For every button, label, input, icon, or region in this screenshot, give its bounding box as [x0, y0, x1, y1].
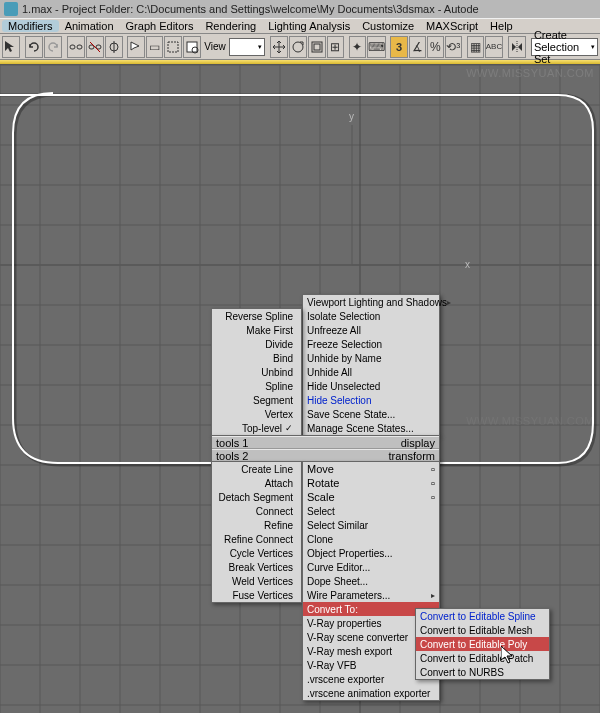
sub-convert-patch[interactable]: Convert to Editable Patch	[416, 651, 549, 665]
svg-rect-0	[70, 45, 75, 49]
ctx-move[interactable]: Move▫	[303, 462, 439, 476]
main-toolbar: ▭ View ⊞ ✦ ⌨ 3 ∡ % ⟲³ ▦ ABC Create Selec…	[0, 34, 600, 60]
ctx-freeze-selection[interactable]: Freeze Selection	[303, 337, 439, 351]
ctx-save-scene-state[interactable]: Save Scene State...	[303, 407, 439, 421]
ctx-make-first[interactable]: Make First	[212, 323, 301, 337]
select-object-icon[interactable]	[127, 36, 145, 58]
hdr-tools2: tools 2	[216, 450, 248, 462]
ctx-rotate[interactable]: Rotate▫	[303, 476, 439, 490]
ctx-vertex[interactable]: Vertex	[212, 407, 301, 421]
ctx-curve-editor[interactable]: Curve Editor...	[303, 560, 439, 574]
menu-graph-editors[interactable]: Graph Editors	[120, 20, 200, 32]
ctx-isolate-selection[interactable]: Isolate Selection	[303, 309, 439, 323]
ctx-viewport-lighting[interactable]: Viewport Lighting and Shadows	[303, 295, 439, 309]
ctx-top-level[interactable]: Top-level	[212, 421, 301, 435]
svg-rect-1	[77, 45, 82, 49]
ctx-break-vertices[interactable]: Break Vertices	[212, 560, 301, 574]
move-tool-icon[interactable]	[270, 36, 288, 58]
ctx-hide-selection[interactable]: Hide Selection	[303, 393, 439, 407]
ctx-divide[interactable]: Divide	[212, 337, 301, 351]
menu-maxscript[interactable]: MAXScript	[420, 20, 484, 32]
menu-modifiers[interactable]: Modifiers	[2, 20, 59, 32]
y-axis-label: y	[349, 111, 354, 122]
ctx-bind[interactable]: Bind	[212, 351, 301, 365]
scale-tool-icon[interactable]	[308, 36, 326, 58]
menu-lighting-analysis[interactable]: Lighting Analysis	[262, 20, 356, 32]
ctx-wire-parameters[interactable]: Wire Parameters...	[303, 588, 439, 602]
ctx-unhide-all[interactable]: Unhide All	[303, 365, 439, 379]
selection-set-dropdown[interactable]: Create Selection Set	[531, 38, 598, 56]
x-axis-label: x	[465, 259, 470, 270]
link-icon[interactable]	[67, 36, 85, 58]
ctx-refine-connect[interactable]: Refine Connect	[212, 532, 301, 546]
spinner-snap-icon[interactable]: ⟲³	[445, 36, 462, 58]
ctx-clone[interactable]: Clone	[303, 532, 439, 546]
menu-bar: Modifiers Animation Graph Editors Render…	[0, 18, 600, 34]
svg-point-10	[293, 42, 303, 52]
ctx-scale[interactable]: Scale▫	[303, 490, 439, 504]
ctx-connect[interactable]: Connect	[212, 504, 301, 518]
ctx-segment[interactable]: Segment	[212, 393, 301, 407]
ctx-vrscene-anim-exporter[interactable]: .vrscene animation exporter	[303, 686, 439, 700]
ctx-create-line[interactable]: Create Line	[212, 462, 301, 476]
mirror-icon[interactable]	[508, 36, 526, 58]
select-tool-icon[interactable]	[2, 36, 20, 58]
redo-icon[interactable]	[44, 36, 62, 58]
select-name-icon[interactable]: ▭	[146, 36, 163, 58]
ctx-unhide-by-name[interactable]: Unhide by Name	[303, 351, 439, 365]
ctx-select-similar[interactable]: Select Similar	[303, 518, 439, 532]
menu-animation[interactable]: Animation	[59, 20, 120, 32]
ctx-unfreeze-all[interactable]: Unfreeze All	[303, 323, 439, 337]
watermark-2: WWW.MISSYUAN.COM	[466, 415, 594, 427]
hdr-display: display	[401, 437, 435, 449]
ctx-cycle-vertices[interactable]: Cycle Vertices	[212, 546, 301, 560]
ref-coord-icon[interactable]: ⊞	[327, 36, 344, 58]
watermark: WWW.MISSYUAN.COM	[466, 67, 594, 79]
ctx-attach[interactable]: Attach	[212, 476, 301, 490]
ctx-hide-unselected[interactable]: Hide Unselected	[303, 379, 439, 393]
sub-convert-spline[interactable]: Convert to Editable Spline	[416, 609, 549, 623]
ctx-unbind[interactable]: Unbind	[212, 365, 301, 379]
ctx-manage-scene-states[interactable]: Manage Scene States...	[303, 421, 439, 435]
undo-icon[interactable]	[25, 36, 43, 58]
abc-icon[interactable]: ABC	[485, 36, 503, 58]
sub-convert-mesh[interactable]: Convert to Editable Mesh	[416, 623, 549, 637]
sub-convert-nurbs[interactable]: Convert to NURBS	[416, 665, 549, 679]
ctx-fuse-vertices[interactable]: Fuse Vertices	[212, 588, 301, 602]
sub-convert-poly[interactable]: Convert to Editable Poly	[416, 637, 549, 651]
window-crossing-icon[interactable]	[183, 36, 201, 58]
keyboard-icon[interactable]: ⌨	[367, 36, 386, 58]
hdr-transform: transform	[389, 450, 435, 462]
ctx-reverse-spline[interactable]: Reverse Spline	[212, 309, 301, 323]
bind-icon[interactable]	[105, 36, 123, 58]
quad-menu-tools2: Create Line Attach Detach Segment Connec…	[211, 461, 302, 603]
filter-label: View	[202, 41, 228, 52]
percent-snap-icon[interactable]: %	[427, 36, 444, 58]
ctx-detach-segment[interactable]: Detach Segment	[212, 490, 301, 504]
quad-menu-tools1: Reverse Spline Make First Divide Bind Un…	[211, 308, 302, 436]
filter-dropdown[interactable]	[229, 38, 265, 56]
window-title: 1.max - Project Folder: C:\Documents and…	[22, 3, 479, 15]
named-sel-icon[interactable]: ▦	[467, 36, 484, 58]
ctx-dope-sheet[interactable]: Dope Sheet...	[303, 574, 439, 588]
ctx-refine[interactable]: Refine	[212, 518, 301, 532]
menu-customize[interactable]: Customize	[356, 20, 420, 32]
svg-rect-12	[314, 44, 320, 50]
menu-help[interactable]: Help	[484, 20, 519, 32]
angle-snap-icon[interactable]: ∡	[409, 36, 426, 58]
ctx-select[interactable]: Select	[303, 504, 439, 518]
ctx-object-properties[interactable]: Object Properties...	[303, 546, 439, 560]
menu-rendering[interactable]: Rendering	[199, 20, 262, 32]
snap-toggle-icon[interactable]: 3	[390, 36, 407, 58]
svg-line-4	[90, 42, 100, 52]
manipulate-icon[interactable]: ✦	[349, 36, 366, 58]
select-region-icon[interactable]	[164, 36, 182, 58]
ctx-weld-vertices[interactable]: Weld Vertices	[212, 574, 301, 588]
rotate-tool-icon[interactable]	[289, 36, 307, 58]
hdr-tools1: tools 1	[216, 437, 248, 449]
ctx-spline[interactable]: Spline	[212, 379, 301, 393]
unlink-icon[interactable]	[86, 36, 104, 58]
convert-to-submenu: Convert to Editable Spline Convert to Ed…	[415, 608, 550, 680]
title-bar: 1.max - Project Folder: C:\Documents and…	[0, 0, 600, 18]
quad-menu-header: tools 1display tools 2transform	[211, 435, 440, 463]
